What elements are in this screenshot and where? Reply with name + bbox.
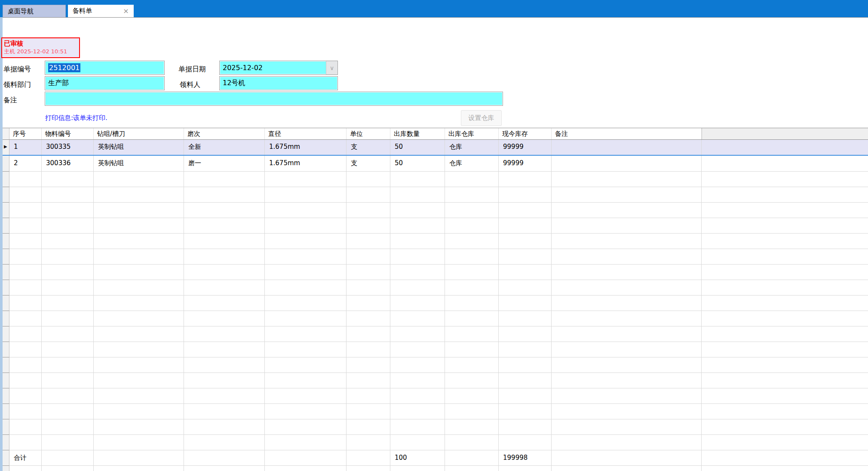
grid-cell-tool: [94, 342, 184, 357]
grid-header-warehouse[interactable]: 出库仓库: [445, 128, 499, 139]
grid-cell-diameter: [265, 419, 347, 435]
grid-cell-qty_out: [390, 234, 445, 249]
row-filler: [702, 203, 868, 218]
grid-cell-tool[interactable]: 英制钻咀: [94, 156, 184, 172]
dept-field[interactable]: 生产部: [45, 76, 165, 90]
grid-cell-warehouse: [445, 466, 499, 471]
grid-cell-stock: [499, 311, 552, 326]
row-filler: [702, 218, 868, 234]
grid-cell-remark[interactable]: [552, 156, 702, 172]
grid-cell-warehouse[interactable]: 仓库: [445, 156, 499, 172]
grid-header-diameter[interactable]: 直径: [265, 128, 347, 139]
grid-cell-warehouse: [445, 280, 499, 296]
grid-cell-seq[interactable]: 2: [9, 156, 42, 172]
table-row[interactable]: 2300336英制钻咀磨一1.675mm支50仓库99999: [3, 156, 868, 172]
grid-cell-diameter[interactable]: 1.675mm: [265, 156, 347, 172]
doc-date-value: 2025-12-02: [220, 64, 263, 72]
grid-header-qty_out[interactable]: 出库数量: [390, 128, 445, 139]
grid-cell-seq: [9, 357, 42, 373]
set-warehouse-button[interactable]: 设置仓库: [461, 110, 502, 126]
grid-header-remark[interactable]: 备注: [552, 128, 702, 139]
grid-cell-stock[interactable]: 99999: [499, 156, 552, 172]
grid-cell-qty_out[interactable]: 50: [390, 140, 445, 155]
remark-field[interactable]: [45, 92, 503, 106]
grid-header-stock[interactable]: 现今库存: [499, 128, 552, 139]
empty-row: [3, 265, 868, 280]
grid-cell-seq[interactable]: 1: [9, 140, 42, 155]
grid-header-tool[interactable]: 钻咀/槽刀: [94, 128, 184, 139]
grid-cell-stock[interactable]: 99999: [499, 140, 552, 155]
grid-cell-qty_out: [390, 218, 445, 234]
grid-cell-remark: [552, 435, 702, 450]
grid-cell-grind[interactable]: 磨一: [184, 156, 265, 172]
grid-cell-tool[interactable]: 英制钻咀: [94, 140, 184, 155]
grid-cell-tool: [94, 326, 184, 342]
grid-cell-warehouse[interactable]: 仓库: [445, 140, 499, 155]
grid-cell-qty_out: [390, 280, 445, 296]
grid-cell-qty_out: [390, 466, 445, 471]
empty-row: [3, 435, 868, 450]
row-filler: [702, 373, 868, 388]
grid-cell-unit[interactable]: 支: [347, 156, 390, 172]
grid-cell-unit: [347, 265, 390, 280]
grid-cell-qty_out[interactable]: 50: [390, 156, 445, 172]
grid-cell-remark: [552, 373, 702, 388]
grid-cell-seq: [9, 234, 42, 249]
grid-cell-unit: [347, 357, 390, 373]
grid-cell-stock: [499, 187, 552, 203]
grid-cell-grind: [184, 218, 265, 234]
doc-date-dropdown-button[interactable]: ∨: [326, 61, 337, 74]
audit-status-text: 已审核: [4, 39, 77, 48]
grid-cell-material_no[interactable]: 300335: [42, 140, 94, 155]
grid-header-unit[interactable]: 单位: [347, 128, 390, 139]
tab-material-prep-order[interactable]: 备料单 ×: [68, 5, 134, 17]
grid-cell-stock: [499, 234, 552, 249]
row-filler: [702, 156, 868, 172]
grid-cell-unit[interactable]: 支: [347, 140, 390, 155]
grid-cell-material_no: [42, 311, 94, 326]
grid-cell-diameter: [265, 326, 347, 342]
grid-cell-warehouse: [445, 450, 499, 466]
close-icon[interactable]: ×: [122, 5, 130, 17]
grid-cell-material_no: [42, 373, 94, 388]
grid-cell-remark[interactable]: [552, 140, 702, 155]
empty-row: [3, 373, 868, 388]
doc-no-label: 单据编号: [3, 65, 31, 74]
grid-header-row: 序号物料编号钻咀/槽刀磨次直径单位出库数量出库仓库现今库存备注: [3, 128, 868, 140]
grid-cell-diameter: [265, 249, 347, 265]
table-row[interactable]: ▶1300335英制钻咀全新1.675mm支50仓库99999: [3, 140, 868, 156]
empty-row: [3, 234, 868, 249]
grid-header-material_no[interactable]: 物料编号: [42, 128, 94, 139]
person-value: 12号机: [220, 79, 245, 88]
grid-cell-stock: [499, 435, 552, 450]
row-gutter: [3, 156, 9, 172]
grid-cell-grind: [184, 435, 265, 450]
grid-header-grind[interactable]: 磨次: [184, 128, 265, 139]
grid-cell-material_no: [42, 296, 94, 311]
person-field[interactable]: 12号机: [219, 76, 338, 90]
grid-cell-tool: [94, 435, 184, 450]
row-gutter: [3, 249, 9, 265]
tab-bar: 桌面导航 备料单 ×: [0, 0, 868, 18]
grid-cell-tool: [94, 218, 184, 234]
grid-cell-material_no[interactable]: 300336: [42, 156, 94, 172]
doc-no-field[interactable]: 2512001: [45, 61, 165, 75]
grid-cell-warehouse: [445, 249, 499, 265]
doc-date-field[interactable]: 2025-12-02 ∨: [219, 61, 338, 75]
grid-cell-grind: [184, 265, 265, 280]
grid-cell-grind[interactable]: 全新: [184, 140, 265, 155]
grid-cell-diameter[interactable]: 1.675mm: [265, 140, 347, 155]
row-filler: [702, 326, 868, 342]
grid-cell-material_no: [42, 404, 94, 419]
audit-status-box: 已审核 主机 2025-12-02 10:51: [1, 37, 80, 58]
row-filler: [702, 450, 868, 466]
print-info-text: 打印信息:该单未打印.: [45, 114, 107, 122]
grid-cell-unit: [347, 187, 390, 203]
grid-header-seq[interactable]: 序号: [9, 128, 42, 139]
grid-cell-qty_out: 100: [390, 450, 445, 466]
row-gutter: [3, 296, 9, 311]
grid-cell-grind: [184, 172, 265, 187]
grid-cell-remark: [552, 357, 702, 373]
empty-row: [3, 326, 868, 342]
tab-desktop-navigation[interactable]: 桌面导航: [3, 5, 66, 17]
